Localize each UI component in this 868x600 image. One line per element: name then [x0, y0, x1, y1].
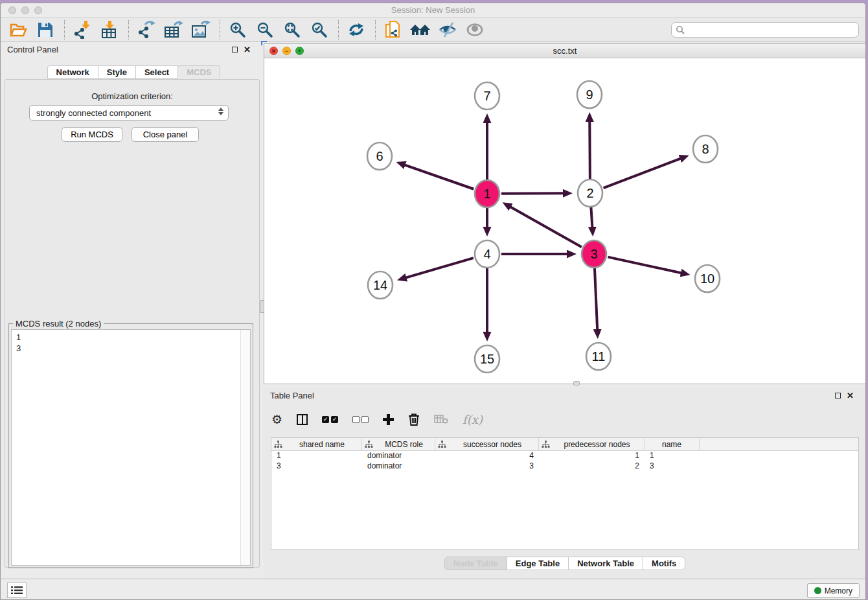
optimization-criterion-select[interactable]: strongly connected component: [29, 105, 229, 121]
column-header-shared-name[interactable]: shared name: [271, 438, 362, 450]
graph-edge-4-14[interactable]: [400, 258, 474, 279]
mcds-result-box[interactable]: 13: [11, 329, 251, 566]
graph-edge-2-8[interactable]: [604, 156, 687, 188]
table-cell[interactable]: 4: [435, 451, 539, 461]
deselect-all-columns-icon[interactable]: [352, 410, 369, 429]
graph-node-3[interactable]: 3: [582, 240, 606, 268]
table-panel-title: Table Panel: [270, 391, 314, 400]
table-cell[interactable]: dominator: [362, 451, 435, 461]
table-body: 1dominator4113dominator323: [271, 451, 858, 472]
tab-style[interactable]: Style: [98, 65, 136, 79]
table-cell[interactable]: 1: [539, 451, 645, 461]
graph-node-2[interactable]: 2: [578, 179, 602, 207]
graph-node-1[interactable]: 1: [475, 180, 499, 207]
memory-label: Memory: [825, 586, 852, 595]
list-icon: [11, 586, 23, 595]
open-browser-icon[interactable]: [409, 19, 431, 40]
tab-network-table[interactable]: Network Table: [568, 557, 643, 570]
svg-text:9: 9: [586, 87, 593, 102]
graph-edge-3-10[interactable]: [608, 257, 687, 275]
view-splitter-handle[interactable]: [573, 381, 580, 386]
result-scrollbar[interactable]: [240, 330, 250, 565]
tab-motifs[interactable]: Motifs: [643, 557, 685, 570]
table-toolbar: ⚙ ✓✓ f(x): [271, 406, 483, 432]
tab-select[interactable]: Select: [135, 65, 178, 79]
zoom-selected-icon[interactable]: [308, 19, 330, 40]
graph-edge-1-2[interactable]: [501, 193, 569, 194]
table-cell[interactable]: 1: [645, 451, 700, 461]
table-cell[interactable]: 3: [645, 461, 700, 472]
column-header-successor-nodes[interactable]: successor nodes: [435, 438, 539, 450]
column-header-MCDS-role[interactable]: MCDS role: [362, 438, 435, 450]
select-all-columns-icon[interactable]: ✓✓: [322, 410, 338, 429]
table-cell[interactable]: dominator: [362, 461, 435, 472]
table-header-row: shared nameMCDS rolesuccessor nodesprede…: [271, 438, 858, 451]
table-settings-icon[interactable]: ⚙: [271, 410, 282, 429]
graph-node-14[interactable]: 14: [368, 271, 393, 299]
zoom-fit-icon[interactable]: [281, 19, 303, 40]
graph-node-15[interactable]: 15: [475, 345, 499, 373]
delete-column-icon[interactable]: [408, 410, 420, 429]
graph-edge-2-9[interactable]: [589, 115, 590, 179]
graph-node-11[interactable]: 11: [586, 343, 611, 370]
clone-network-icon[interactable]: [382, 19, 404, 40]
tab-edge-table[interactable]: Edge Table: [507, 557, 569, 570]
open-session-icon[interactable]: [7, 19, 29, 40]
import-network-icon[interactable]: [71, 19, 93, 40]
network-canvas[interactable]: 7968124314101511: [264, 58, 865, 384]
column-header-predecessor-nodes[interactable]: predecessor nodes: [539, 438, 645, 450]
apply-layout-icon[interactable]: [345, 19, 367, 40]
import-table-icon[interactable]: [98, 19, 120, 40]
export-table-icon[interactable]: [163, 19, 185, 40]
run-mcds-button[interactable]: Run MCDS: [62, 127, 122, 142]
float-panel-icon[interactable]: [232, 47, 238, 52]
svg-text:3: 3: [590, 247, 597, 261]
column-header-name[interactable]: name: [645, 438, 700, 450]
graph-edge-3-1[interactable]: [505, 204, 582, 247]
search-input[interactable]: [685, 24, 858, 36]
close-panel-icon[interactable]: ✕: [244, 47, 251, 52]
tab-network[interactable]: Network: [47, 65, 98, 79]
table-row[interactable]: 3dominator323: [271, 461, 858, 472]
save-session-icon[interactable]: [34, 19, 56, 40]
network-window-titlebar[interactable]: ✕ − + scc.txt: [264, 44, 865, 58]
svg-text:10: 10: [700, 271, 714, 286]
panel-splitter-handle[interactable]: [260, 300, 264, 313]
add-column-icon[interactable]: [383, 410, 394, 429]
float-table-panel-icon[interactable]: [835, 393, 841, 398]
graph-node-10[interactable]: 10: [695, 265, 720, 292]
search-field[interactable]: [671, 22, 859, 38]
zoom-in-icon[interactable]: [227, 19, 249, 40]
table-row[interactable]: 1dominator411: [271, 451, 858, 461]
zoom-out-icon[interactable]: [254, 19, 276, 40]
graph-node-7[interactable]: 7: [475, 82, 499, 110]
hide-panels-icon[interactable]: [437, 19, 459, 40]
graph-node-6[interactable]: 6: [367, 143, 392, 170]
graph-node-9[interactable]: 9: [577, 81, 602, 108]
tab-mcds[interactable]: MCDS: [177, 65, 220, 79]
close-panel-button[interactable]: Close panel: [131, 127, 199, 142]
split-panel-icon[interactable]: [297, 410, 308, 429]
graph-edge-3-11[interactable]: [595, 268, 598, 336]
memory-status-icon: [814, 587, 821, 594]
table-cell[interactable]: 2: [539, 461, 645, 472]
tab-node-table[interactable]: Node Table: [444, 557, 507, 570]
export-image-icon[interactable]: [190, 19, 212, 40]
graph-node-4[interactable]: 4: [475, 240, 499, 268]
memory-button[interactable]: Memory: [807, 583, 860, 598]
function-builder-icon: f(x): [463, 410, 483, 429]
main-toolbar: [1, 17, 865, 42]
table-cell[interactable]: 3: [435, 461, 539, 472]
table-cell[interactable]: 1: [271, 451, 362, 461]
export-network-icon[interactable]: [135, 19, 157, 40]
task-history-button[interactable]: [7, 583, 27, 598]
show-panels-icon[interactable]: [464, 19, 486, 40]
network-view-window: ✕ − + scc.txt 7968124314101511: [264, 43, 866, 384]
graph-edge-1-6[interactable]: [399, 163, 474, 189]
table-cell[interactable]: 3: [271, 461, 362, 472]
graph-edge-2-3[interactable]: [591, 207, 593, 233]
close-table-panel-icon[interactable]: ✕: [847, 393, 854, 398]
toolbar-separator: [338, 20, 339, 40]
network-view-title: scc.txt: [264, 46, 865, 56]
graph-node-8[interactable]: 8: [693, 135, 718, 163]
